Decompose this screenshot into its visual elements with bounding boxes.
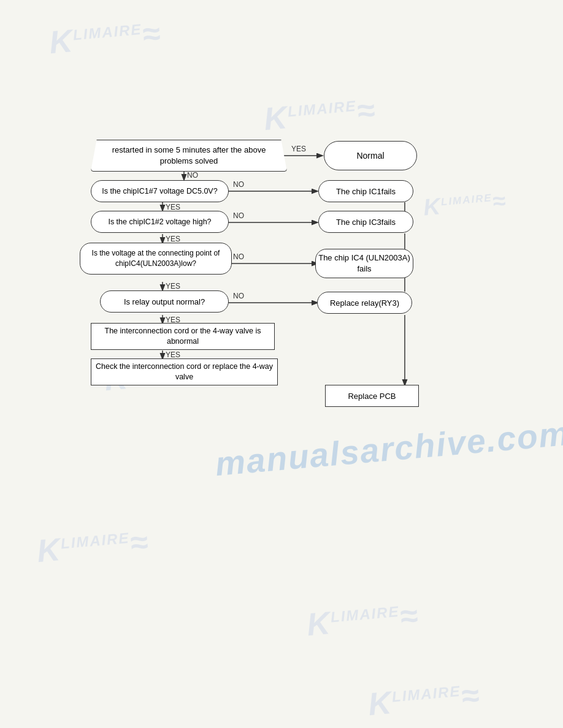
watermark-7: Klimaire≈: [305, 596, 420, 643]
svg-text:NO: NO: [233, 211, 244, 220]
svg-text:NO: NO: [187, 171, 198, 180]
ic1-fails-box: The chip IC1fails: [318, 180, 413, 202]
normal-box: Normal: [324, 141, 417, 170]
watermark-2: Klimaire≈: [262, 90, 377, 137]
svg-text:NO: NO: [233, 252, 244, 261]
ic4-voltage-box: Is the voltage at the connecting point o…: [80, 243, 232, 275]
interconnect-abnormal-box: The interconnection cord or the 4-way va…: [91, 323, 275, 350]
watermark-3: Klimaire≈: [422, 186, 508, 221]
watermark-8: Klimaire≈: [367, 675, 481, 722]
ic3-fails-box: The chip IC3fails: [318, 211, 413, 233]
svg-text:YES: YES: [166, 282, 180, 290]
svg-text:NO: NO: [233, 180, 244, 189]
check-interconnect-box: Check the interconnection cord or replac…: [91, 358, 278, 385]
watermark-5: manualsarchive.com: [213, 414, 563, 483]
replace-pcb-box: Replace PCB: [325, 385, 419, 407]
relay-normal-box: Is relay output normal?: [100, 290, 229, 313]
svg-text:YES: YES: [166, 235, 180, 243]
ic4-fails-box: The chip IC4 (ULN2003A) fails: [315, 249, 413, 278]
ic3-voltage-box: Is the chipIC1#2 voltage high?: [91, 211, 229, 233]
watermark-1: Klimaire≈: [48, 13, 163, 61]
ic1-voltage-box: Is the chipIC1#7 voltage DC5.0V?: [91, 180, 229, 202]
start-box: restarted in some 5 minutes after the ab…: [91, 140, 287, 172]
flowchart-svg: YES NO NO YES NO YES NO YES NO YES YES: [0, 0, 563, 728]
svg-text:YES: YES: [166, 351, 180, 359]
svg-text:YES: YES: [291, 145, 306, 153]
replace-relay-box: Replace relay(RY3): [317, 292, 412, 314]
watermark-6: Klimaire≈: [36, 522, 150, 569]
svg-text:YES: YES: [166, 203, 180, 211]
svg-text:NO: NO: [233, 292, 244, 300]
